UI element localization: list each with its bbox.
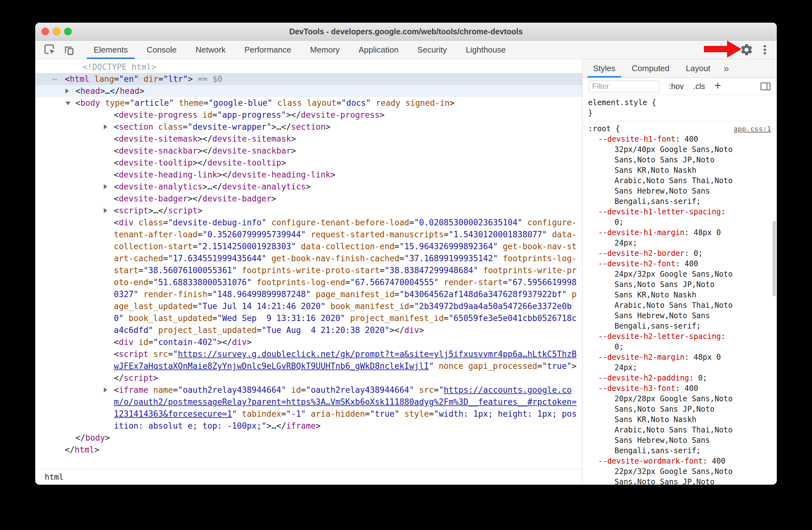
styles-toolbar: :hov .cls + (582, 78, 777, 95)
breadcrumb-item-html[interactable]: html (45, 472, 63, 482)
expand-arrow-icon[interactable] (104, 124, 107, 129)
zoom-button[interactable] (64, 28, 72, 35)
tab-console[interactable]: Console (137, 41, 186, 59)
css-property-name: --devsite-h2-margin (598, 353, 685, 362)
more-options-button[interactable] (757, 42, 773, 57)
node-overflow-dots-icon[interactable]: ⋯ (52, 73, 57, 85)
code-token: data-collection-end (296, 242, 394, 251)
code-token: page_manifest_id (311, 290, 394, 299)
device-toolbar-button[interactable] (61, 42, 77, 57)
expand-arrow-icon[interactable] (66, 88, 69, 94)
sidebar-tab-computed[interactable]: Computed (624, 59, 678, 78)
dom-node-line[interactable]: </html> (35, 444, 582, 456)
dom-node-line[interactable]: <devsite-progress id="app-progress"></de… (35, 109, 582, 121)
code-token: > (266, 421, 271, 431)
css-property[interactable]: --devsite-h1-letter-spacing: 0; (588, 207, 771, 227)
css-property-separator: : (685, 249, 694, 258)
code-token: = (198, 230, 203, 239)
css-property[interactable]: --devsite-h2-padding: 0; (588, 373, 771, 383)
code-token: "38.83847299948684" (385, 266, 478, 275)
code-token: "b43064562af148d6a347628f937922bf" (400, 290, 567, 299)
element-style-rule[interactable]: element.style { } (582, 95, 777, 121)
dom-node-line[interactable]: <div id="contain-402"></div> (35, 336, 582, 348)
code-token: ready (371, 98, 400, 108)
css-property-name: --devsite-h3-font (598, 384, 676, 393)
dom-node-line[interactable]: <section class="devsite-wrapper">…</sect… (35, 121, 582, 133)
css-property[interactable]: --devsite-h3-font: 400 20px/28px Google … (588, 383, 771, 456)
root-style-rule[interactable]: :root { app.css:1 --devsite-h1-font: 400… (582, 121, 777, 485)
close-button[interactable] (42, 28, 49, 35)
code-token: "148.96499899987248" (212, 290, 311, 299)
expand-arrow-icon[interactable] (104, 184, 107, 189)
code-token: "-1" (286, 409, 306, 419)
minimize-button[interactable] (53, 28, 60, 35)
computed-sidebar-toggle-button[interactable] (760, 82, 770, 90)
sidebar-tab-layout[interactable]: Layout (678, 59, 719, 78)
code-token: devsite-analytics (222, 182, 306, 191)
dom-node-line[interactable]: ⋯<html lang="en" dir="ltr"> == $0 (35, 73, 582, 85)
expand-arrow-icon[interactable] (104, 388, 107, 392)
code-token: "1.5430120001838077" (448, 230, 547, 239)
dom-node-line[interactable]: <script src="https://survey.g.doubleclic… (35, 348, 582, 372)
dom-node-line[interactable]: <devsite-badger></devsite-badger> (35, 193, 582, 205)
inspect-element-button[interactable] (42, 42, 58, 57)
code-token: > (203, 182, 207, 191)
tab-security[interactable]: Security (408, 41, 456, 59)
css-property[interactable]: --devsite-h2-letter-spacing: 0; (588, 331, 771, 352)
code-token: = (380, 266, 385, 275)
titlebar[interactable]: DevTools - developers.google.com/web/too… (35, 23, 777, 41)
rule-selector: :root (588, 124, 611, 133)
css-property[interactable]: --devsite-wordmark-font: 400 22px/32px G… (588, 456, 771, 485)
dom-node-line[interactable]: <devsite-sitemask></devsite-sitemask> (35, 133, 582, 145)
dom-node-line[interactable]: <devsite-tooltip></devsite-tooltip> (35, 157, 582, 169)
code-token: = (173, 385, 178, 395)
dom-node-line[interactable]: <devsite-heading-link></devsite-heading-… (35, 169, 582, 181)
dom-node-line[interactable]: <devsite-snackbar></devsite-snackbar> (35, 145, 582, 157)
pseudo-state-toggle[interactable]: :hov (669, 82, 684, 91)
dom-node-line[interactable]: </body> (35, 432, 582, 444)
new-style-rule-button[interactable]: + (714, 79, 721, 92)
dom-node-line[interactable]: <devsite-analytics>…</devsite-analytics> (35, 181, 582, 193)
css-property[interactable]: --devsite-h1-font: 400 32px/40px Google … (588, 134, 771, 207)
stylesheet-source-link[interactable]: app.css:1 (734, 124, 771, 134)
code-token: "0.35260799995739944" (203, 230, 306, 239)
css-property[interactable]: --devsite-h2-border: 0; (588, 248, 771, 259)
code-token: < (114, 385, 119, 395)
css-property-separator: : (721, 332, 730, 341)
rule-open-brace: { (611, 124, 620, 133)
css-property[interactable]: --devsite-h1-margin: 48px 0 24px; (588, 227, 771, 248)
dom-node-line[interactable]: <script>…</script> (35, 205, 582, 217)
css-property[interactable]: --devsite-h2-font: 400 24px/32px Google … (588, 259, 771, 331)
styles-filter-input[interactable] (589, 81, 659, 92)
dom-node-line[interactable]: <!DOCTYPE html> (35, 61, 582, 73)
dom-node-line[interactable]: <div class="devsite-debug-info" configur… (35, 217, 582, 336)
dom-node-line[interactable]: </script> (35, 372, 582, 384)
collapse-arrow-icon[interactable] (66, 102, 70, 105)
code-token: id (134, 337, 148, 347)
code-token: "17.634551999435644" (168, 254, 266, 263)
tab-performance[interactable]: Performance (235, 41, 301, 59)
sidebar-tab-styles[interactable]: Styles (585, 59, 624, 78)
devtools-main-area: <!DOCTYPE html>⋯<html lang="en" dir="ltr… (35, 59, 777, 485)
tab-lighthouse[interactable]: Lighthouse (456, 41, 515, 59)
expand-arrow-icon[interactable] (104, 208, 107, 213)
tab-memory[interactable]: Memory (301, 41, 349, 59)
code-token: = (192, 302, 198, 311)
tab-application[interactable]: Application (349, 41, 408, 59)
css-property[interactable]: --devsite-h2-margin: 48px 0 24px; (588, 352, 771, 373)
code-token: "docs" (341, 98, 371, 108)
code-token: footprints-log-end (251, 278, 345, 287)
code-token: " (232, 409, 237, 419)
element-classes-toggle[interactable]: .cls (693, 82, 705, 91)
overflow-tabs-chevron-icon[interactable]: » (724, 62, 729, 74)
dom-node-line[interactable]: <head>…</head> (35, 85, 582, 97)
dom-node-line[interactable]: <body type="article" theme="google-blue"… (35, 97, 582, 109)
tab-elements[interactable]: Elements (84, 41, 137, 59)
code-token: "51.688338000531076" (153, 278, 251, 287)
scrollbar-thumb[interactable] (773, 221, 776, 296)
code-token: = (192, 242, 198, 251)
code-token: > (148, 206, 154, 215)
dom-node-line[interactable]: <iframe name="oauth2relay438944664" id="… (35, 384, 582, 432)
code-token: "article" (130, 98, 174, 108)
tab-network[interactable]: Network (186, 41, 235, 59)
